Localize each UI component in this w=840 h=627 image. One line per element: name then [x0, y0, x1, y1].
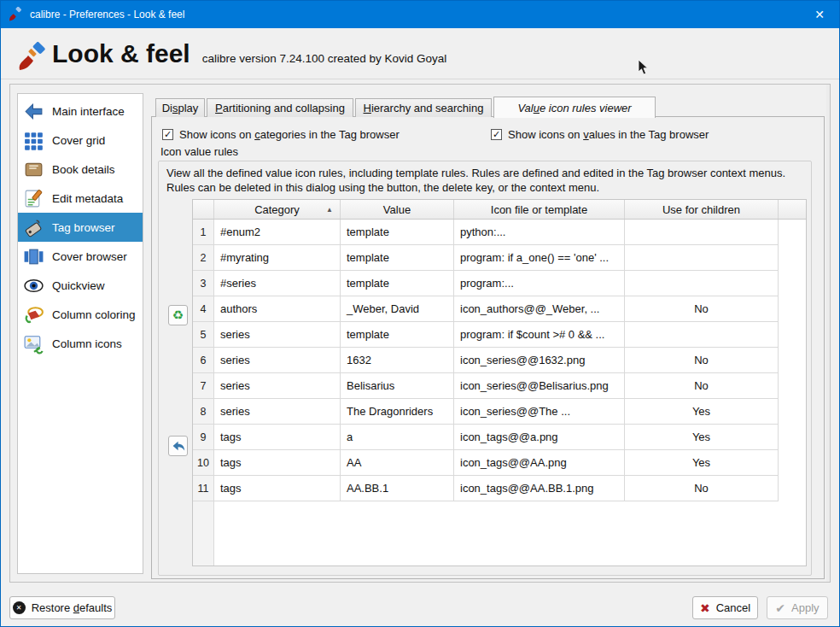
cell-use-for-children[interactable] — [625, 322, 779, 348]
header-corner[interactable] — [193, 200, 214, 219]
header-icon-file[interactable]: Icon file or template — [454, 200, 625, 219]
table-row[interactable]: 7 series Belisarius icon_series@@Belisar… — [193, 373, 806, 399]
tab-bar: Display Partitioning and collapsing Hier… — [155, 97, 657, 117]
cell-category[interactable]: #series — [214, 271, 341, 296]
cell-category[interactable]: authors — [214, 296, 341, 322]
row-number[interactable]: 11 — [193, 476, 214, 501]
cell-use-for-children[interactable]: Yes — [625, 399, 779, 425]
cell-icon-file[interactable]: program: if a_one() == 'one' ... — [454, 245, 625, 271]
close-button[interactable]: ✕ — [800, 1, 839, 28]
table-row[interactable]: 9 tags a icon_tags@@a.png Yes — [193, 425, 806, 450]
sidebar-item-book-details[interactable]: Book details — [18, 155, 143, 184]
cell-use-for-children[interactable]: No — [625, 348, 779, 373]
cell-icon-file[interactable]: icon_series@@1632.png — [454, 348, 625, 373]
sidebar-item-tag-browser[interactable]: Tag browser — [18, 213, 143, 242]
undo-button[interactable] — [168, 436, 188, 456]
tab-display[interactable]: Display — [155, 98, 205, 117]
cell-use-for-children[interactable]: No — [625, 373, 779, 399]
header-value[interactable]: Value — [341, 200, 454, 219]
tag-icon — [23, 217, 44, 238]
sidebar-item-cover-browser[interactable]: Cover browser — [18, 242, 143, 271]
cell-category[interactable]: series — [214, 348, 341, 373]
row-number[interactable]: 3 — [193, 271, 214, 296]
cell-value[interactable]: The Dragonriders — [341, 399, 454, 425]
cell-icon-file[interactable]: icon_tags@@AA.png — [454, 450, 625, 476]
cell-value[interactable]: AA.BB.1 — [341, 476, 454, 501]
cell-icon-file[interactable]: icon_series@@Belisarius.png — [454, 373, 625, 399]
cell-category[interactable]: tags — [214, 425, 341, 450]
cell-category[interactable]: series — [214, 322, 341, 348]
cell-icon-file[interactable]: program: if $count ># 0 && ... — [454, 322, 625, 348]
cell-icon-file[interactable]: icon_tags@@AA.BB.1.png — [454, 476, 625, 501]
recycle-icon: ♻ — [172, 308, 184, 323]
delete-rule-button[interactable]: ♻ — [168, 305, 188, 325]
sidebar-item-cover-grid[interactable]: Cover grid — [18, 126, 143, 155]
table-row[interactable]: 8 series The Dragonriders icon_series@@T… — [193, 399, 806, 425]
row-number[interactable]: 5 — [193, 322, 214, 348]
checkbox-checked-icon[interactable]: ✓ — [162, 129, 173, 140]
row-number[interactable]: 6 — [193, 348, 214, 373]
cell-category[interactable]: #enum2 — [214, 220, 341, 245]
row-number[interactable]: 10 — [193, 450, 214, 476]
tab-hierarchy[interactable]: Hierarchy and searching — [355, 98, 492, 117]
header-use-for-children[interactable]: Use for children — [625, 200, 779, 219]
cell-use-for-children[interactable] — [625, 271, 779, 296]
sidebar-item-edit-metadata[interactable]: Edit metadata — [18, 184, 143, 213]
cell-value[interactable]: Belisarius — [341, 373, 454, 399]
rules-table[interactable]: Category ▲ Value Icon file or template U… — [192, 199, 807, 566]
cell-value[interactable]: 1632 — [341, 348, 454, 373]
header-category[interactable]: Category ▲ — [214, 200, 341, 219]
table-row[interactable]: 10 tags AA icon_tags@@AA.png Yes — [193, 450, 806, 476]
cell-value[interactable]: template — [341, 322, 454, 348]
table-row[interactable]: 2 #myrating template program: if a_one()… — [193, 245, 806, 271]
sidebar-item-quickview[interactable]: Quickview — [18, 271, 143, 300]
sidebar-item-main-interface[interactable]: Main interface — [18, 97, 143, 126]
cell-category[interactable]: tags — [214, 476, 341, 501]
table-row[interactable]: 5 series template program: if $count ># … — [193, 322, 806, 348]
cell-category[interactable]: series — [214, 399, 341, 425]
cell-category[interactable]: #myrating — [214, 245, 341, 271]
cell-icon-file[interactable]: program:... — [454, 271, 625, 296]
value-icon-rules-pane: ✓ Show icons on categories in the Tag br… — [151, 116, 825, 579]
restore-defaults-button[interactable]: ✕ Restore defaults — [9, 596, 115, 619]
row-number[interactable]: 4 — [193, 296, 214, 322]
row-number[interactable]: 8 — [193, 399, 214, 425]
cell-icon-file[interactable]: icon_tags@@a.png — [454, 425, 625, 450]
icon-value-rules-groupbox: View all the defined value icon rules, i… — [158, 161, 812, 576]
table-row[interactable]: 1 #enum2 template python:... — [193, 220, 806, 245]
cell-use-for-children[interactable]: No — [625, 296, 779, 322]
cell-use-for-children[interactable] — [625, 245, 779, 271]
cell-use-for-children[interactable]: Yes — [625, 450, 779, 476]
tab-value-icon-rules[interactable]: Value icon rules viewer — [493, 97, 656, 118]
sidebar-item-column-icons[interactable]: Column icons — [18, 329, 143, 358]
table-row[interactable]: 11 tags AA.BB.1 icon_tags@@AA.BB.1.png N… — [193, 476, 806, 501]
cell-use-for-children[interactable] — [625, 220, 779, 245]
cell-use-for-children[interactable]: Yes — [625, 425, 779, 450]
sidebar-item-column-coloring[interactable]: Column coloring — [18, 300, 143, 329]
cell-value[interactable]: a — [341, 425, 454, 450]
cancel-button[interactable]: ✖ Cancel — [692, 596, 758, 619]
cell-icon-file[interactable]: icon_series@@The ... — [454, 399, 625, 425]
cell-value[interactable]: template — [341, 220, 454, 245]
tab-partitioning[interactable]: Partitioning and collapsing — [207, 98, 353, 117]
row-number[interactable]: 2 — [193, 245, 214, 271]
checkbox-show-icons-values[interactable]: ✓ Show icons on values in the Tag browse… — [491, 127, 709, 141]
cell-value[interactable]: template — [341, 271, 454, 296]
table-row[interactable]: 3 #series template program:... — [193, 271, 806, 296]
cell-category[interactable]: tags — [214, 450, 341, 476]
checkbox-show-icons-categories[interactable]: ✓ Show icons on categories in the Tag br… — [162, 127, 400, 141]
row-number[interactable]: 1 — [193, 220, 214, 245]
apply-button[interactable]: ✔ Apply — [767, 596, 828, 619]
cell-value[interactable]: template — [341, 245, 454, 271]
cell-category[interactable]: series — [214, 373, 341, 399]
table-row[interactable]: 4 authors _Weber, David icon_authors@@_W… — [193, 296, 806, 322]
cell-icon-file[interactable]: python:... — [454, 220, 625, 245]
table-row[interactable]: 6 series 1632 icon_series@@1632.png No — [193, 348, 806, 373]
checkbox-checked-icon[interactable]: ✓ — [491, 129, 502, 140]
cell-use-for-children[interactable]: No — [625, 476, 779, 501]
cell-value[interactable]: _Weber, David — [341, 296, 454, 322]
cell-icon-file[interactable]: icon_authors@@_Weber, ... — [454, 296, 625, 322]
row-number[interactable]: 9 — [193, 425, 214, 450]
cell-value[interactable]: AA — [341, 450, 454, 476]
row-number[interactable]: 7 — [193, 373, 214, 399]
